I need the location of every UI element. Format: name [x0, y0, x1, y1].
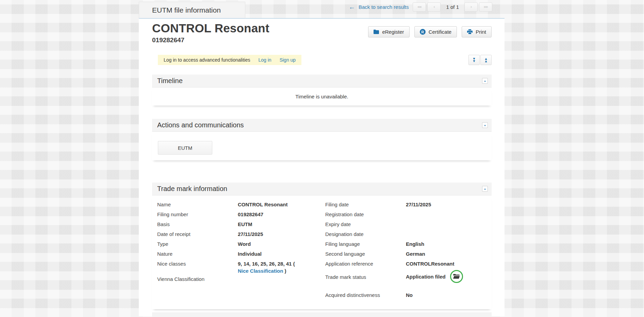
field-row: Filing date27/11/2025 — [325, 200, 485, 210]
login-notice-text: Log in to access advanced functionalitie… — [164, 57, 250, 63]
field-row: NameCONTROL Resonant — [157, 200, 317, 210]
timeline-body: Timeline is unavailable. — [152, 88, 492, 106]
trademark-section-title: Trade mark information — [157, 185, 227, 193]
certificate-button[interactable]: R Certificate — [414, 26, 457, 37]
trademark-body: NameCONTROL ResonantFiling number0192826… — [152, 195, 492, 309]
field-value: English — [406, 239, 424, 248]
field-label: Designation date — [325, 229, 406, 238]
field-value: German — [406, 249, 425, 257]
folder-icon — [374, 30, 379, 34]
field-row: Date of receipt27/11/2025 — [157, 229, 317, 239]
trademark-fields-left-column: NameCONTROL ResonantFiling number0192826… — [157, 200, 317, 300]
timeline-section-header: Timeline ▴ — [152, 75, 492, 88]
actions-body: EUTM — [152, 132, 492, 160]
next-section-header-stub — [152, 313, 492, 317]
pager-next-group: › »» — [464, 2, 492, 12]
field-row: Designation date — [325, 229, 485, 239]
log-in-link[interactable]: Log in — [259, 57, 271, 63]
expand-all-button[interactable]: ▾▾ — [468, 55, 480, 65]
field-row: Vienna Classification — [157, 274, 317, 284]
field-label: Filing language — [325, 239, 406, 248]
field-label: Nature — [157, 249, 238, 257]
print-label: Print — [476, 29, 486, 35]
field-row: NatureIndividual — [157, 249, 317, 259]
field-value: EUTM — [238, 220, 252, 228]
eutm-tab-button[interactable]: EUTM — [158, 141, 212, 155]
pager-next-button[interactable]: › — [464, 2, 478, 12]
field-row: Filing number019282647 — [157, 210, 317, 220]
field-value: Individual — [238, 249, 262, 257]
notice-row: Log in to access advanced functionalitie… — [152, 55, 492, 65]
trademark-fields-right-column: Filing date27/11/2025Registration dateEx… — [325, 200, 485, 300]
actions-communications-section: Actions and communications ▴ EUTM — [152, 119, 492, 160]
status-folder-icon — [450, 270, 463, 283]
pager-last-button[interactable]: »» — [479, 2, 492, 12]
field-label: Type — [157, 239, 238, 248]
certificate-label: Certificate — [429, 29, 452, 35]
pager-prev-button[interactable]: ‹ — [427, 2, 441, 12]
content-column: EUTM file information ← Back to search r… — [139, 0, 505, 317]
timeline-collapse-button[interactable]: ▴ — [482, 78, 488, 84]
field-row: BasisEUTM — [157, 220, 317, 229]
field-row: Nice classes9, 14, 16, 25, 26, 28, 41 ( … — [157, 259, 317, 274]
field-label: Second language — [325, 249, 406, 257]
pager-counter: 1 of 1 — [445, 4, 460, 10]
field-value: CONTROLResonant — [406, 259, 455, 267]
trademark-section-header: Trade mark information ▴ — [152, 183, 492, 195]
field-label: Date of receipt — [157, 229, 238, 238]
results-navigation: ← Back to search results «« ‹ 1 of 1 › »… — [349, 0, 492, 14]
printer-icon — [467, 29, 473, 34]
field-label: Acquired distinctiveness — [325, 290, 406, 299]
field-label: Vienna Classification — [157, 274, 238, 283]
print-button[interactable]: Print — [462, 26, 492, 37]
field-label: Filing date — [325, 200, 406, 208]
title-row: CONTROL Resonant 019282647 eRegister R C… — [152, 19, 492, 44]
main-panel: CONTROL Resonant 019282647 eRegister R C… — [139, 19, 505, 316]
timeline-unavailable-text: Timeline is unavailable. — [295, 94, 348, 99]
field-value: No — [406, 290, 413, 299]
field-row: Filing languageEnglish — [325, 239, 485, 249]
timeline-section-title: Timeline — [157, 77, 183, 85]
page-title: CONTROL Resonant — [152, 21, 269, 35]
field-label: Expiry date — [325, 220, 406, 228]
trademark-heading: CONTROL Resonant 019282647 — [152, 21, 269, 44]
trademark-collapse-button[interactable]: ▴ — [482, 186, 488, 192]
nice-classification-link[interactable]: Nice Classification — [238, 267, 283, 274]
field-row: Second languageGerman — [325, 249, 485, 259]
field-value: CONTROL Resonant — [238, 200, 287, 208]
collapse-all-button[interactable]: ▴▴ — [480, 55, 492, 65]
field-value: 27/11/2025 — [238, 229, 263, 238]
double-chevron-down-icon: ▾▾ — [473, 58, 475, 62]
field-value: Application filed — [406, 270, 463, 283]
tab-eutm-file-information[interactable]: EUTM file information — [139, 2, 245, 19]
back-link-label: Back to search results — [359, 4, 409, 10]
double-chevron-up-icon: ▴▴ — [485, 58, 487, 62]
field-row: Acquired distinctivenessNo — [325, 290, 485, 300]
pager-first-button[interactable]: «« — [413, 2, 426, 12]
field-value: Word — [238, 239, 251, 248]
field-row: Application referenceCONTROLResonant — [325, 259, 485, 269]
top-tab-bar: EUTM file information ← Back to search r… — [139, 0, 505, 19]
field-label: Basis — [157, 220, 238, 228]
back-to-search-results-link[interactable]: ← Back to search results — [349, 4, 409, 10]
field-label: Trade mark status — [325, 272, 406, 281]
expand-collapse-group: ▾▾ ▴▴ — [468, 55, 492, 65]
trademark-information-section: Trade mark information ▴ NameCONTROL Res… — [152, 183, 492, 309]
actions-section-title: Actions and communications — [157, 121, 244, 129]
tab-label: EUTM file information — [152, 6, 221, 14]
login-notice-bar: Log in to access advanced functionalitie… — [158, 55, 301, 65]
field-value: 019282647 — [238, 210, 263, 218]
eregister-label: eRegister — [382, 29, 404, 35]
back-arrow-icon: ← — [349, 4, 355, 10]
field-row: Expiry date — [325, 220, 485, 229]
field-row: Registration date — [325, 210, 485, 220]
field-label: Filing number — [157, 210, 238, 218]
filing-number-heading: 019282647 — [152, 36, 269, 44]
sign-up-link[interactable]: Sign up — [280, 57, 296, 63]
field-label: Application reference — [325, 259, 406, 267]
eregister-button[interactable]: eRegister — [368, 26, 409, 37]
field-value: 27/11/2025 — [406, 200, 431, 208]
field-label: Nice classes — [157, 259, 238, 267]
field-row: Trade mark statusApplication filed — [325, 269, 485, 284]
actions-collapse-button[interactable]: ▴ — [482, 122, 488, 128]
